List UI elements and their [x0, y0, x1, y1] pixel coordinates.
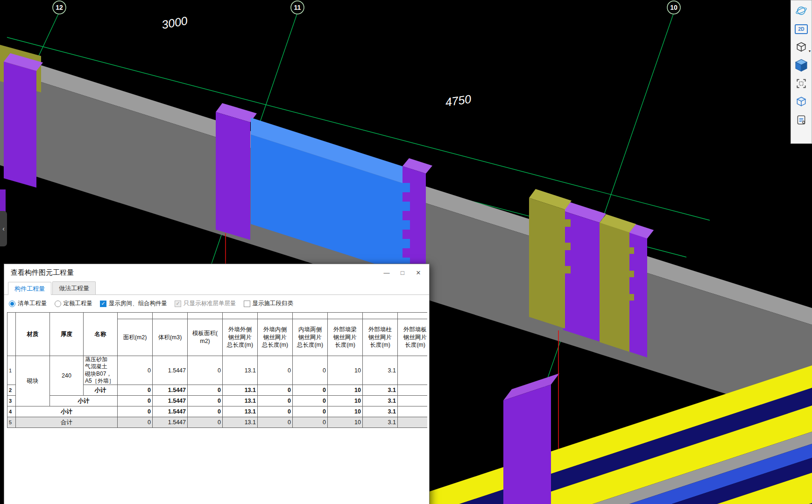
tab-component-quantity[interactable]: 构件工程量 [8, 282, 51, 295]
col-header-ext-wall-inner-mesh: 外墙内侧 钢丝网片 总长度(m) [258, 319, 293, 356]
col-header-volume: 体积(m3) [153, 319, 188, 356]
cell-value: 0 [293, 385, 328, 396]
svg-text:12: 12 [56, 4, 63, 11]
radio-label: 定额工程量 [64, 300, 93, 308]
constructive-column[interactable] [503, 373, 559, 504]
cell-subtotal-label: 小计 [16, 406, 118, 417]
dialog-titlebar[interactable]: 查看构件图元工程量 — □ ✕ [4, 264, 429, 281]
cell-value: 13.1 [223, 406, 258, 417]
cell-thickness: 240 [50, 356, 84, 396]
cell-value: 0 [293, 417, 328, 428]
cell-value: 3.1 [363, 385, 398, 396]
checkbox-icon: ✓ [100, 301, 106, 307]
radio-icon [9, 301, 15, 307]
table-row-subtotal[interactable]: 4 小计 0 1.5447 0 13.1 0 0 10 3.1 [7, 406, 428, 417]
cell-value [398, 396, 428, 406]
cell-value: 0 [188, 406, 223, 417]
3d-cube-icon[interactable] [793, 57, 809, 73]
table-row-subtotal[interactable]: 3 小计 0 1.5447 0 13.1 0 0 10 3.1 [7, 396, 428, 406]
quantity-table-wrap: 材质 厚度 名称 面积(m2) [7, 312, 427, 428]
cell-value: 10 [328, 396, 363, 406]
app-window: 3000 4750 [0, 0, 812, 504]
cell-value: 10 [328, 417, 363, 428]
cell-material: 砌块 [16, 356, 50, 406]
wall-layered-yellow[interactable] [423, 365, 812, 504]
cell-value [398, 417, 428, 428]
cell-value: 1.5447 [153, 417, 188, 428]
cell-value: 13.1 [223, 385, 258, 396]
row-number: 3 [7, 396, 16, 406]
col-header-material: 材质 [16, 313, 50, 356]
cell-value: 1.5447 [153, 356, 188, 385]
cell-value: 3.1 [363, 417, 398, 428]
col-header-ext-beam-mesh: 外部墙梁 钢丝网片 长度(m) [328, 319, 363, 356]
radio-icon [55, 301, 61, 307]
axis-bubble: 12 [53, 1, 66, 14]
checkbox-construction-section[interactable]: 显示施工段归类 [244, 300, 294, 308]
radio-list-quantity[interactable]: 清单工程量 [9, 300, 47, 308]
table-row-total[interactable]: 5 合计 0 1.5447 0 13.1 0 0 10 3.1 [7, 417, 428, 428]
col-header-ext-column-mesh: 外部墙柱 钢丝网片 长度(m) [363, 319, 398, 356]
dialog-tabs: 构件工程量 做法工程量 [4, 281, 429, 295]
col-header-int-wall-mesh: 内墙两侧 钢丝网片 总长度(m) [293, 319, 328, 356]
dialog-title: 查看构件图元工程量 [11, 268, 74, 277]
cell-value [398, 356, 428, 385]
cell-value: 0 [293, 396, 328, 406]
row-number-header [7, 313, 16, 356]
radio-label: 清单工程量 [18, 300, 47, 308]
2d-view-icon[interactable]: 2D [793, 21, 809, 37]
cell-value: 0 [188, 356, 223, 385]
cell-value: 3.1 [363, 406, 398, 417]
header-spacer [223, 313, 258, 319]
cell-value: 10 [328, 385, 363, 396]
cell-value [398, 406, 428, 417]
header-spacer [328, 313, 363, 319]
locate-element-icon[interactable] [793, 94, 809, 110]
minimize-button[interactable]: — [380, 267, 394, 278]
checkbox-std-layer[interactable]: ✓ 只显示标准层单层量 [175, 300, 236, 308]
checkbox-label: 只显示标准层单层量 [184, 300, 236, 308]
radio-quota-quantity[interactable]: 定额工程量 [55, 300, 93, 308]
svg-text:10: 10 [670, 4, 678, 11]
cell-value: 1.5447 [153, 396, 188, 406]
col-header-area: 面积(m2) [118, 319, 153, 356]
panel-collapse-handle[interactable]: ‹ [0, 211, 7, 246]
options-row: 清单工程量 定额工程量 ✓ 显示房间、组合构件量 ✓ 只显示标准层单层量 显示施… [4, 295, 429, 311]
col-header-formwork-area: 模板面积( m2) [188, 319, 223, 356]
view-dropdown-arrow-icon[interactable]: ▾ [809, 49, 811, 53]
cell-value: 1.5447 [153, 385, 188, 396]
checkbox-label: 显示施工段归类 [253, 300, 294, 308]
tab-method-quantity[interactable]: 做法工程量 [52, 281, 96, 294]
wireframe-cube-icon[interactable]: ▾ [793, 39, 809, 55]
cell-value: 0 [258, 385, 293, 396]
cell-name: 蒸压砂加 气混凝土 砌块B07， A5［外墙］ [84, 356, 118, 385]
cell-value: 10 [328, 406, 363, 417]
cell-value [398, 385, 428, 396]
row-number: 2 [7, 385, 16, 396]
report-list-icon[interactable] [793, 112, 809, 128]
cell-value: 3.1 [363, 396, 398, 406]
cell-subtotal-label: 小计 [84, 385, 118, 396]
checkbox-icon: ✓ [175, 301, 181, 307]
dimension-label: 3000 [161, 14, 189, 31]
quantity-table: 材质 厚度 名称 面积(m2) [7, 312, 427, 428]
cell-value: 0 [118, 385, 153, 396]
view-toolbar: 2D ▾ [791, 0, 812, 144]
col-header-ext-slab-mesh: 外部墙板 钢丝网片 长度(m) [398, 319, 428, 356]
close-button[interactable]: ✕ [411, 267, 425, 278]
table-row[interactable]: 1 砌块 240 蒸压砂加 气混凝土 砌块B07， A5［外墙］ 0 1.544… [7, 356, 428, 385]
header-spacer [363, 313, 398, 319]
cell-value: 0 [188, 385, 223, 396]
cell-subtotal-label: 小计 [50, 396, 118, 406]
row-number: 5 [7, 417, 16, 428]
col-header-name: 名称 [84, 313, 118, 356]
header-spacer [188, 313, 223, 319]
orbit-view-icon[interactable] [793, 3, 809, 19]
zoom-extents-icon[interactable] [793, 76, 809, 91]
cell-value: 1.5447 [153, 406, 188, 417]
maximize-button[interactable]: □ [395, 267, 410, 278]
cell-value: 0 [258, 406, 293, 417]
cell-value: 0 [258, 396, 293, 406]
col-header-thickness: 厚度 [50, 313, 84, 356]
checkbox-show-rooms[interactable]: ✓ 显示房间、组合构件量 [100, 300, 167, 308]
